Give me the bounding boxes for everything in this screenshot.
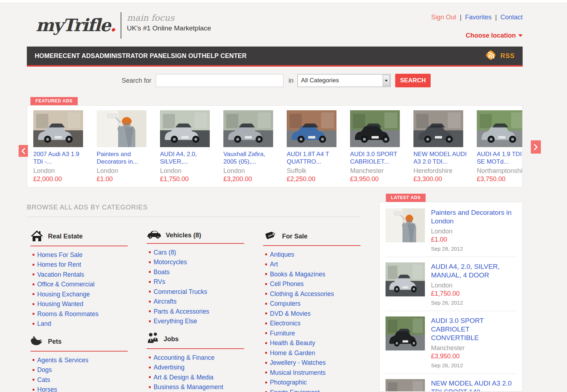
ad-title-link[interactable]: AUDI 3.0 SPORT CABRIOLET CONVERTIBLE: [431, 316, 517, 342]
category-link[interactable]: Art & Design & Media: [154, 374, 213, 381]
category-link[interactable]: DVD & Movies: [270, 310, 311, 317]
taglines: main focus UK's #1 Online Marketplace: [127, 11, 211, 32]
ad-photo[interactable]: [97, 110, 146, 147]
category-link[interactable]: Furniture: [270, 330, 295, 337]
ad-title-link[interactable]: Painters and Decorators in...: [97, 150, 150, 165]
choose-location-button[interactable]: Choose location: [431, 32, 523, 39]
ad-title-link[interactable]: AUDI A4, 2.0, SILVER, MANUAL, 4 DOOR: [431, 262, 517, 280]
category-link[interactable]: Art: [270, 261, 278, 268]
carousel-prev-button[interactable]: [19, 145, 28, 157]
ad-photo[interactable]: [386, 316, 425, 350]
ad-title-link[interactable]: AUDI 1.8T A4 T QUATTRO...: [287, 150, 340, 165]
category-link[interactable]: Housing Wanted: [37, 300, 83, 308]
category-item: Art & Design & Media: [147, 372, 260, 382]
latest-ad-item[interactable]: Painters and Decorators in London London…: [386, 203, 517, 257]
category-link[interactable]: Homes For Sale: [37, 251, 82, 258]
category-link[interactable]: Antiques: [270, 251, 294, 258]
latest-ad-item[interactable]: AUDI A4, 2.0, SILVER, MANUAL, 4 DOOR Lon…: [386, 257, 517, 311]
nav-item[interactable]: RECENT ADS: [54, 52, 95, 59]
featured-ad-card[interactable]: NEW MODEL AUDI A3 2.0 TDI... Herefordshi…: [413, 110, 467, 187]
category-link[interactable]: Parts & Accessories: [154, 308, 209, 315]
category-link[interactable]: Electronics: [270, 320, 301, 327]
category-link[interactable]: Boats: [154, 268, 170, 276]
latest-ad-item[interactable]: AUDI 3.0 SPORT CABRIOLET CONVERTIBLE Man…: [386, 311, 517, 374]
category-link[interactable]: Commercial Trucks: [154, 288, 207, 295]
sign-out-link[interactable]: Sign Out: [431, 14, 456, 21]
featured-ad-card[interactable]: 2007 Audi A3 1.9 TDi -... London £2,000.…: [33, 110, 87, 187]
ad-price: £2,000.00: [33, 175, 87, 183]
carousel-next-button[interactable]: [531, 140, 541, 154]
ad-photo[interactable]: [350, 110, 400, 147]
category-link[interactable]: Dogs: [37, 366, 52, 373]
category-link[interactable]: Books & Magazines: [270, 271, 325, 278]
category-link[interactable]: Horses: [37, 386, 57, 392]
category-link[interactable]: Home & Garden: [270, 349, 315, 357]
latest-ad-item[interactable]: NEW MODEL AUDI A3 2.0 TDI SPORT 140...: [386, 374, 517, 392]
category-item: Photographic: [263, 378, 376, 388]
category-select[interactable]: All Categories: [297, 74, 391, 87]
featured-ad-card[interactable]: AUDI A4 1.9 TDI SE MOTd... Northamptonsh…: [477, 110, 523, 187]
ad-title-link[interactable]: AUDI A4 1.9 TDI SE MOTd...: [477, 150, 523, 165]
ad-photo[interactable]: [33, 110, 83, 147]
select-dropdown-button[interactable]: [383, 75, 390, 86]
ad-title-link[interactable]: NEW MODEL AUDI A3 2.0 TDI...: [413, 150, 467, 165]
ad-photo[interactable]: [477, 110, 523, 147]
category-link[interactable]: Housing Exchange: [37, 291, 90, 298]
search-button[interactable]: SEARCH: [395, 74, 431, 87]
ad-location: London: [97, 167, 150, 175]
featured-ads-section: FEATURED ADS 2007 Audi A3 1.9 TDi -... L…: [27, 97, 523, 188]
category-link[interactable]: Land: [37, 320, 51, 327]
category-link[interactable]: Cats: [37, 376, 50, 383]
category-link[interactable]: Clothing & Accessories: [270, 290, 334, 297]
category-item: Computers: [263, 299, 376, 309]
category-link[interactable]: RVs: [154, 278, 165, 285]
nav-item[interactable]: ADMINISTRATOR PANEL: [95, 52, 171, 59]
ad-photo[interactable]: [287, 110, 336, 147]
category-link[interactable]: Cars (8): [154, 249, 176, 256]
site-logo[interactable]: myTrifle.: [36, 11, 116, 39]
category-link[interactable]: Computers: [270, 300, 301, 307]
ad-title-link[interactable]: Vauxhall Zafira, 2005 (05),...: [223, 150, 277, 165]
rss-button[interactable]: RSS: [484, 49, 515, 62]
nav-item[interactable]: HELP CENTER: [202, 52, 246, 59]
ad-photo[interactable]: [413, 110, 463, 147]
nav-item[interactable]: SIGN OUT: [171, 52, 202, 59]
category-link[interactable]: Jewellery - Watches: [270, 359, 326, 366]
category-link[interactable]: Aircrafts: [154, 298, 176, 305]
ad-photo[interactable]: [160, 110, 210, 147]
search-input[interactable]: [156, 74, 284, 87]
category-link[interactable]: Business & Management: [154, 383, 223, 391]
category-link[interactable]: Advertising: [154, 364, 185, 371]
ad-title-link[interactable]: AUDI A4, 2.0, SILVER,...: [160, 150, 214, 165]
category-link[interactable]: Accounting & Finance: [154, 354, 214, 361]
featured-ad-card[interactable]: Painters and Decorators in... London £1.…: [97, 110, 150, 187]
category-link[interactable]: Sports Equipment: [270, 389, 320, 392]
nav-item[interactable]: HOME: [35, 52, 54, 59]
category-link[interactable]: Health & Beauty: [270, 339, 315, 347]
category-item: Furniture: [263, 328, 376, 338]
ad-title-link[interactable]: NEW MODEL AUDI A3 2.0 TDI SPORT 140...: [431, 379, 517, 392]
ad-photo[interactable]: [386, 262, 425, 296]
ad-title-link[interactable]: Painters and Decorators in London: [431, 208, 517, 226]
featured-ad-card[interactable]: AUDI A4, 2.0, SILVER,... London £1,750.0…: [160, 110, 214, 187]
category-link[interactable]: Homes for Rent: [37, 261, 81, 268]
category-link[interactable]: Agents & Services: [37, 357, 88, 364]
ad-title-link[interactable]: 2007 Audi A3 1.9 TDi -...: [33, 150, 87, 165]
ad-photo[interactable]: [223, 110, 273, 147]
category-link[interactable]: Motorcycles: [154, 258, 187, 266]
favorites-link[interactable]: Favorites: [465, 14, 491, 21]
featured-ad-card[interactable]: AUDI 1.8T A4 T QUATTRO... Suffolk £2,250…: [287, 110, 340, 187]
category-link[interactable]: Vacation Rentals: [37, 271, 84, 278]
featured-ad-card[interactable]: Vauxhall Zafira, 2005 (05),... London £3…: [223, 110, 277, 187]
featured-ad-card[interactable]: AUDI 3.0 SPORT CABRIOLET... Manchester £…: [350, 110, 404, 187]
category-link[interactable]: Cell Phones: [270, 280, 304, 287]
category-link[interactable]: Photographic: [270, 379, 307, 386]
ad-photo[interactable]: [386, 208, 425, 242]
category-link[interactable]: Musical Instruments: [270, 369, 326, 376]
ad-photo[interactable]: [386, 379, 425, 392]
category-link[interactable]: Rooms & Roommates: [37, 310, 98, 318]
category-link[interactable]: Office & Commercial: [37, 281, 94, 288]
category-link[interactable]: Everything Else: [154, 318, 197, 325]
ad-title-link[interactable]: AUDI 3.0 SPORT CABRIOLET...: [350, 150, 404, 165]
contact-link[interactable]: Contact: [500, 14, 523, 21]
